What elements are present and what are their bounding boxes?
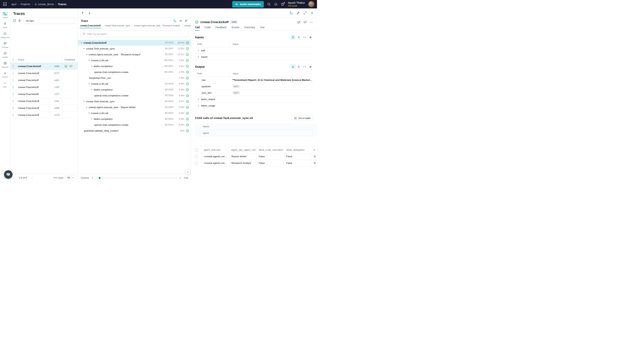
output-row-json-dict[interactable]: json_dict null	[195, 90, 313, 96]
trace-row[interactable]: crewai.Crew.kickoffa17d	[10, 112, 78, 118]
tree-row[interactable]: crewai.LLM.call $0.0006 9.40s	[78, 81, 191, 87]
comment-icon[interactable]	[303, 20, 307, 24]
chevron-down-icon[interactable]	[88, 59, 90, 62]
help-icon[interactable]	[281, 2, 284, 6]
output-row-raw[interactable]: raw **Investment Report: AI in Chemical …	[195, 77, 313, 83]
path-tab[interactable]: crewai.Agent.execute_task - 'Research An…	[130, 24, 180, 28]
output-row-tasks-output[interactable]: tasks_output	[195, 96, 313, 102]
chevron-down-icon[interactable]	[83, 47, 85, 50]
hide-values-eye-icon[interactable]	[308, 35, 313, 40]
tree-row[interactable]: crewai.LLM.call $0.0003 5.85s	[78, 110, 191, 116]
feedback-column-header[interactable]: Feedback	[62, 57, 78, 63]
breadcrumb-project[interactable]: crewai_demo	[34, 2, 55, 6]
chevron-down-icon[interactable]	[90, 88, 93, 91]
chevron-down-icon[interactable]	[83, 100, 85, 103]
ops-filter-select[interactable]: All Ops	[24, 18, 75, 24]
select-all-checkbox[interactable]	[13, 58, 13, 61]
tree-row[interactable]: crewai.Task.execute_sync $0.0007 13.92s	[78, 46, 191, 52]
chevron-down-icon[interactable]	[90, 118, 93, 120]
tab-code[interactable]: Code	[205, 26, 211, 30]
chevron-right-icon[interactable]	[197, 98, 200, 100]
chevron-right-icon[interactable]	[197, 49, 200, 52]
row-checkbox[interactable]	[13, 114, 13, 116]
tree-row[interactable]: crewai.Crew.kickoff $0.0010 19.83s	[78, 40, 191, 46]
tree-row[interactable]: openai.chat.completions.create $0.0003 5…	[78, 122, 191, 128]
call-id-badge[interactable]: 9d89	[230, 20, 238, 24]
list-view-icon[interactable]	[290, 35, 295, 40]
notifications-bell-icon[interactable]	[274, 2, 277, 6]
search-icon[interactable]	[267, 2, 271, 6]
trace-row[interactable]: crewai.Crew.kickoff316c	[10, 98, 78, 105]
hide-values-eye-icon[interactable]	[308, 64, 313, 69]
trace-row[interactable]: crewai.Flow.kickoffc5ff	[10, 91, 78, 98]
trace-column-header[interactable]: Trace	[18, 58, 62, 61]
child-call-row[interactable]: <crewai.agents.cre... 'Research Analyst'…	[195, 160, 317, 166]
tab-scores[interactable]: Scores	[231, 26, 240, 30]
flame-graph-view-icon[interactable]	[185, 19, 188, 22]
tree-row[interactable]: litellm.completion $0.0006 9.40s	[78, 87, 191, 92]
tree-row[interactable]: crewai.Agent.execute_task - 'Research An…	[78, 52, 191, 57]
timeline-next-icon[interactable]	[179, 176, 182, 179]
column-header[interactable]: agent_ops_agent_nan	[229, 147, 257, 153]
next-page-icon[interactable]: ›	[32, 176, 33, 179]
next-call-arrow-down-icon[interactable]	[88, 11, 91, 15]
support-chat-button[interactable]	[4, 170, 13, 179]
column-header[interactable]: agent_executor	[202, 147, 229, 153]
wandb-logo[interactable]	[3, 2, 7, 6]
per-page-select[interactable]: 50	[66, 175, 75, 180]
tree-row[interactable]: litellm.completion $0.0003 5.84s	[78, 116, 191, 122]
tree-row[interactable]: crewai.Task.execute_sync $0.0003 5.87s	[78, 98, 191, 104]
prev-page-icon[interactable]: ‹	[13, 176, 14, 179]
tree-row[interactable]: litellm.completion <$0.0001 2.82s	[78, 63, 191, 69]
row-checkbox[interactable]	[195, 162, 198, 164]
row-checkbox[interactable]	[13, 92, 13, 96]
chevron-down-icon[interactable]	[90, 65, 93, 68]
trace-row[interactable]: crewai.Crew.kickoffe058	[10, 105, 78, 112]
breadcrumb-entity[interactable]: ayut	[11, 2, 17, 6]
overflow-menu-icon[interactable]	[310, 20, 313, 24]
chevron-right-icon[interactable]	[197, 56, 200, 58]
sidebar-item-evals[interactable]: Evals	[0, 20, 10, 29]
row-checkbox[interactable]	[13, 72, 13, 75]
tree-row[interactable]: crewai.LLM.call <$0.0001 2.82s	[78, 57, 191, 63]
expand-all-icon[interactable]	[296, 35, 301, 40]
code-view-icon[interactable]	[179, 19, 182, 22]
column-header[interactable]: allow_code_execution	[257, 147, 284, 153]
trace-row[interactable]: crewai.Crew.kickoff9d89	[10, 63, 78, 70]
prev-call-arrow-up-icon[interactable]	[81, 11, 84, 15]
sidebar-item-traces[interactable]: Traces	[0, 11, 10, 20]
tree-view-icon[interactable]	[173, 19, 176, 22]
sidebar-item-more[interactable]: ••• More	[0, 80, 10, 89]
fullscreen-expand-icon[interactable]	[303, 11, 307, 15]
op-name-filter-input[interactable]: Filter by op name...	[81, 30, 188, 37]
timeline-slider-handle[interactable]	[99, 177, 101, 179]
path-tab[interactable]: crewai.Task.execute_sync	[101, 24, 131, 28]
breadcrumb-current[interactable]: Traces	[57, 2, 67, 6]
comment-feedback-icon[interactable]	[69, 65, 73, 68]
toggle-tree-panel-icon[interactable]	[289, 11, 293, 15]
chevron-down-icon[interactable]	[88, 112, 90, 114]
trace-row[interactable]: crewai.Crew.kickoff657f	[10, 70, 78, 77]
chevron-right-icon[interactable]	[197, 104, 200, 107]
timeline-prev-icon[interactable]	[91, 176, 94, 179]
row-checkbox[interactable]	[13, 86, 13, 89]
refresh-icon[interactable]	[13, 19, 16, 22]
sidebar-item-datasets[interactable]: Datasets	[0, 60, 10, 69]
expand-all-icon[interactable]	[296, 64, 301, 69]
column-header[interactable]: b	[312, 147, 317, 153]
output-row-pydantic[interactable]: pydantic null	[195, 83, 313, 90]
output-row-token-usage[interactable]: token_usage	[195, 102, 313, 109]
list-view-icon[interactable]	[290, 64, 295, 69]
code-json-icon[interactable]	[302, 35, 307, 40]
invite-teammates-button[interactable]: Invite teammates	[232, 1, 264, 8]
sidebar-item-models[interactable]: Models	[0, 50, 10, 59]
close-icon[interactable]	[310, 11, 314, 15]
tab-call[interactable]: Call	[195, 26, 200, 30]
row-checkbox[interactable]	[195, 155, 198, 158]
emoji-feedback-icon[interactable]	[64, 65, 68, 68]
avatar[interactable]	[308, 1, 314, 7]
row-checkbox[interactable]	[13, 65, 13, 68]
trace-row[interactable]: crewai.Flow.kickoffeab1	[10, 77, 78, 84]
trace-row[interactable]: crewai.Flow.kickoffc59f	[10, 84, 78, 91]
select-all-checkbox[interactable]	[195, 148, 198, 152]
